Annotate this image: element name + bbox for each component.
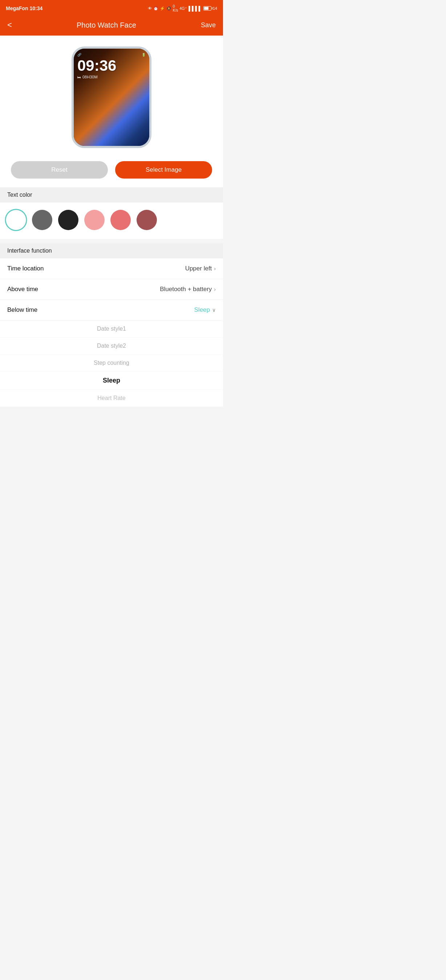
time-location-value: Upper left › xyxy=(185,265,216,272)
watch-frame: 🔗 🔋 09:36 🛏 08H30M xyxy=(72,46,151,148)
below-time-value: Sleep ∨ xyxy=(194,306,216,313)
eye-icon: 👁 xyxy=(148,6,152,11)
status-icons: 👁 ⏰ ⚡ 🔕 0K/s 4G⁺ ▌▌▌▌ 14 xyxy=(148,4,217,12)
save-button[interactable]: Save xyxy=(201,21,216,29)
color-dark[interactable] xyxy=(58,210,78,230)
watch-content: 🔗 🔋 09:36 🛏 08H30M xyxy=(77,53,146,79)
time-location-value-text: Upper left xyxy=(185,265,212,272)
status-left: MegaFon 10:34 xyxy=(6,5,43,11)
watch-time: 09:36 xyxy=(77,58,146,73)
watch-top-icons: 🔗 🔋 xyxy=(77,53,146,57)
select-image-button[interactable]: Select Image xyxy=(115,161,212,178)
bluetooth-icon: ⚡ xyxy=(160,6,165,11)
time-location-chevron-icon: › xyxy=(214,266,216,272)
network-icon: 4G⁺ xyxy=(179,6,187,11)
dropdown-option-step-counting[interactable]: Step counting xyxy=(0,355,223,372)
interface-function-label: Interface function xyxy=(7,248,52,254)
dropdown-option-date-style2[interactable]: Date style2 xyxy=(0,337,223,355)
mute-icon: 🔕 xyxy=(166,6,171,11)
dropdown-option-sleep[interactable]: Sleep xyxy=(0,372,223,390)
above-time-value-text: Bluetooth + battery xyxy=(160,286,212,293)
button-row: Reset Select Image xyxy=(0,155,223,187)
watch-battery-icon: 🔋 xyxy=(142,53,146,57)
top-nav: < Photo Watch Face Save xyxy=(0,16,223,35)
above-time-chevron-icon: › xyxy=(214,286,216,292)
below-time-value-text: Sleep xyxy=(194,306,210,313)
back-button[interactable]: < xyxy=(7,20,12,30)
carrier-label: MegaFon xyxy=(6,5,28,11)
color-pink[interactable] xyxy=(110,210,131,230)
above-time-label: Above time xyxy=(7,286,38,293)
above-time-value: Bluetooth + battery › xyxy=(160,286,216,293)
data-speed: 0K/s xyxy=(173,4,178,12)
below-time-chevron-down-icon: ∨ xyxy=(212,307,216,313)
alarm-icon: ⏰ xyxy=(153,6,158,11)
text-color-header: Text color xyxy=(0,187,223,202)
watch-link-icon: 🔗 xyxy=(77,53,81,57)
color-gray[interactable] xyxy=(32,210,52,230)
interface-function-header: Interface function xyxy=(0,243,223,258)
page-title: Photo Watch Face xyxy=(76,21,136,29)
time-location-label: Time location xyxy=(7,265,44,272)
above-time-row[interactable]: Above time Bluetooth + battery › xyxy=(0,279,223,300)
battery-level: 14 xyxy=(213,6,217,11)
status-bar: MegaFon 10:34 👁 ⏰ ⚡ 🔕 0K/s 4G⁺ ▌▌▌▌ 14 xyxy=(0,0,223,16)
text-color-label: Text color xyxy=(7,192,32,198)
bed-icon: 🛏 xyxy=(77,75,81,79)
time-location-row[interactable]: Time location Upper left › xyxy=(0,258,223,279)
color-brown[interactable] xyxy=(137,210,157,230)
color-pink-light[interactable] xyxy=(84,210,105,230)
below-time-row[interactable]: Below time Sleep ∨ xyxy=(0,300,223,320)
time-label: 10:34 xyxy=(29,5,43,11)
watch-date: 🛏 08H30M xyxy=(77,75,146,79)
color-picker-section xyxy=(0,202,223,239)
watch-date-value: 08H30M xyxy=(83,75,98,79)
dropdown-option-heart-rate[interactable]: Heart Rate xyxy=(0,390,223,407)
signal-icon: ▌▌▌▌ xyxy=(188,6,202,11)
below-time-dropdown: Date style1 Date style2 Step counting Sl… xyxy=(0,320,223,407)
battery-icon xyxy=(203,6,211,11)
dropdown-option-date-style1[interactable]: Date style1 xyxy=(0,320,223,337)
reset-button[interactable]: Reset xyxy=(11,161,108,178)
color-white[interactable] xyxy=(6,210,26,230)
watch-preview-section: 🔗 🔋 09:36 🛏 08H30M xyxy=(0,35,223,155)
below-time-label: Below time xyxy=(7,306,37,313)
